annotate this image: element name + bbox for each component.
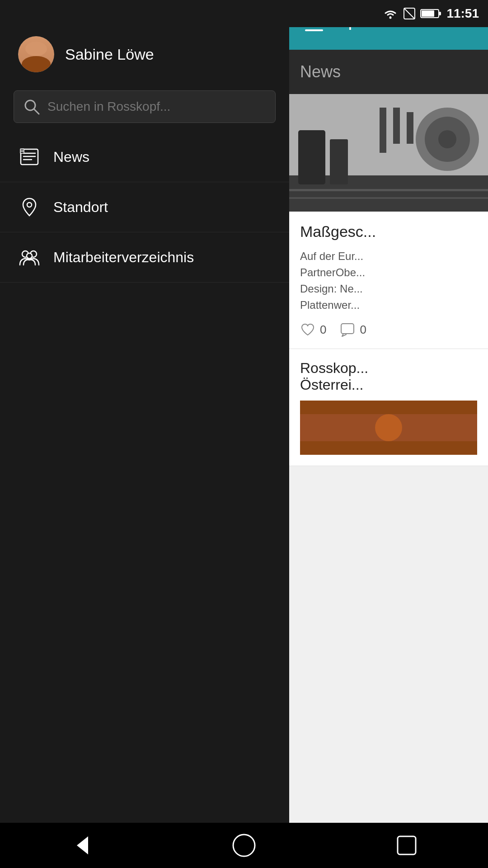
comment-button[interactable]: 0 (340, 322, 366, 338)
home-icon (230, 832, 258, 859)
user-name: Sabine Löwe (65, 46, 154, 63)
gym-image (289, 94, 488, 212)
nav-label-news: News (53, 149, 89, 165)
recent-apps-button[interactable] (380, 827, 434, 863)
nav-label-mitarbeiter: Mitarbeiterverzeichnis (53, 249, 194, 266)
sidebar-item-mitarbeiter[interactable]: Mitarbeiterverzeichnis (0, 232, 289, 283)
svg-rect-29 (289, 189, 488, 191)
svg-rect-37 (398, 836, 416, 854)
recent-icon (395, 834, 418, 857)
svg-rect-27 (393, 108, 400, 144)
svg-rect-12 (20, 149, 24, 153)
avatar (18, 36, 54, 72)
news-featured-image (289, 94, 488, 212)
svg-point-0 (389, 17, 392, 19)
sidebar-item-news[interactable]: News (0, 132, 289, 182)
wifi-icon (382, 7, 399, 20)
svg-rect-22 (330, 139, 348, 184)
no-sim-icon (403, 7, 416, 20)
back-button[interactable] (54, 827, 108, 863)
battery-icon (420, 7, 442, 20)
team-icon (18, 246, 41, 269)
news-section-title: News (300, 62, 341, 81)
svg-point-25 (438, 130, 456, 148)
search-input[interactable] (47, 99, 266, 114)
like-count: 0 (320, 323, 326, 337)
sidebar-item-standort[interactable]: Standort (0, 182, 289, 232)
news-card-2[interactable]: Rosskop...Österrei... (289, 349, 488, 466)
news-section-header: News (289, 50, 488, 94)
heart-icon (300, 322, 315, 338)
news-card-1-actions: 0 0 (300, 322, 477, 338)
svg-rect-26 (380, 108, 386, 153)
svg-rect-28 (407, 112, 413, 144)
news-card-2-image (300, 401, 477, 455)
home-button[interactable] (217, 827, 271, 863)
content-panel: + News Maßgesc... (289, 0, 488, 868)
sidebar: Sabine Löwe News (0, 0, 289, 868)
svg-point-15 (27, 203, 32, 207)
hamburger-icon (305, 29, 323, 31)
bottom-nav (0, 823, 488, 868)
news-card-2-title: Rosskop...Österrei... (300, 360, 477, 393)
svg-rect-21 (298, 130, 325, 184)
comment-icon (340, 322, 355, 338)
svg-rect-5 (439, 12, 441, 15)
nav-label-standort: Standort (53, 199, 108, 216)
search-icon (23, 98, 40, 115)
svg-line-7 (34, 109, 39, 114)
news-card-1-text: Auf der Eur... PartnerObe... Design: Ne.… (300, 248, 477, 313)
status-time: 11:51 (446, 6, 479, 21)
svg-rect-4 (422, 10, 434, 17)
svg-marker-35 (77, 836, 88, 854)
location-icon (18, 196, 41, 218)
svg-rect-31 (341, 324, 354, 334)
status-bar: 11:51 (0, 0, 488, 27)
search-container (0, 86, 289, 132)
svg-point-36 (233, 835, 255, 856)
news-card-1-title: Maßgesc... (300, 222, 477, 241)
search-bar[interactable] (14, 90, 276, 123)
like-button[interactable]: 0 (300, 322, 326, 338)
back-icon (68, 832, 95, 859)
comment-count: 0 (360, 323, 366, 337)
svg-point-34 (375, 414, 402, 441)
svg-point-18 (27, 253, 32, 259)
news-card-1[interactable]: Maßgesc... Auf der Eur... PartnerObe... … (289, 212, 488, 349)
news-icon (18, 146, 41, 168)
status-icons: 11:51 (382, 6, 479, 21)
svg-line-2 (404, 8, 415, 19)
